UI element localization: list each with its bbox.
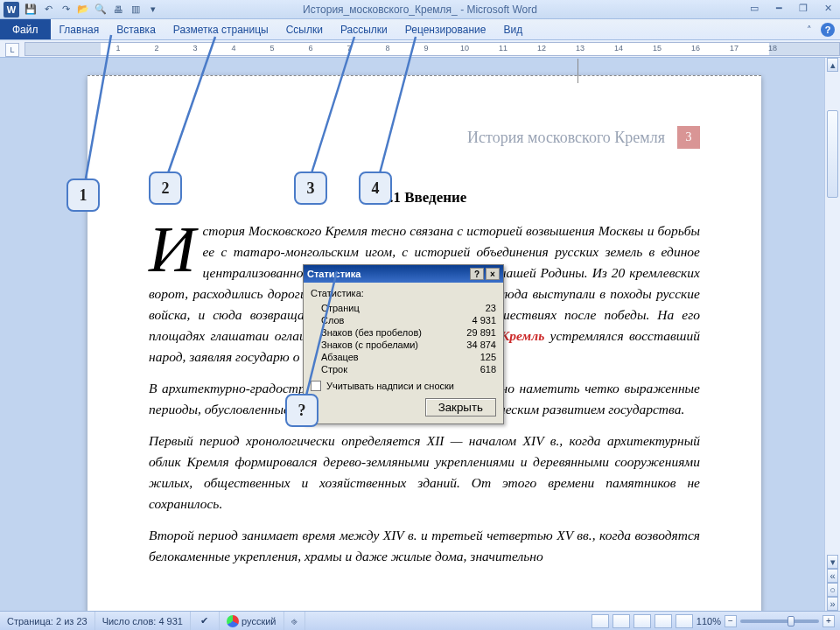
zoom-in-button[interactable]: + <box>822 615 835 627</box>
save-icon[interactable]: 💾 <box>23 2 38 18</box>
stat-key: Страниц <box>321 303 360 313</box>
stat-value: 34 874 <box>466 340 496 350</box>
quick-print-icon[interactable]: 🖶 <box>110 2 126 18</box>
dialog-close-icon[interactable]: × <box>486 268 500 280</box>
print-preview-icon[interactable]: 🔍 <box>93 2 108 18</box>
doc-heading: 1.1 Введение <box>149 189 700 206</box>
dialog-close-button[interactable]: Закрыть <box>425 398 496 416</box>
close-button[interactable]: ✕ <box>816 0 840 16</box>
status-language-text: русский <box>242 616 276 626</box>
zoom-out-button[interactable]: − <box>724 615 737 627</box>
stat-key: Строк <box>321 364 347 374</box>
status-page[interactable]: Страница: 2 из 23 <box>0 612 95 631</box>
browse-object-icon[interactable]: ○ <box>827 583 838 597</box>
dialog-subtitle: Статистика: <box>311 288 496 298</box>
view-outline-icon[interactable] <box>654 614 672 628</box>
page-break-indicator <box>88 75 761 82</box>
drop-cap: И <box>149 220 202 275</box>
previous-page-icon[interactable]: « <box>827 569 838 583</box>
stat-row: Знаков (без пробелов)29 891 <box>311 326 496 339</box>
ruler-tick: 11 <box>499 44 508 52</box>
status-bar: Страница: 2 из 23 Число слов: 4 931 ✔ ру… <box>0 611 840 630</box>
checkbox-label: Учитывать надписи и сноски <box>326 381 454 391</box>
stat-row: Страниц23 <box>311 302 496 314</box>
page-header: История московского Кремля 3 <box>467 126 700 149</box>
kremlin-highlight: Кремль <box>500 328 544 343</box>
word-app-icon: W <box>4 2 19 18</box>
tab-page-layout[interactable]: Разметка страницы <box>164 19 277 39</box>
new-icon[interactable]: ▥ <box>128 2 144 18</box>
ruler-tick: 7 <box>346 44 351 52</box>
stat-value: 125 <box>480 352 496 362</box>
status-language[interactable]: русский <box>220 612 284 631</box>
doc-paragraph-4: Второй период занимает время между XIV в… <box>149 525 700 567</box>
ruler-row: L 123456789101112131415161718 <box>0 40 840 58</box>
view-draft-icon[interactable] <box>676 614 693 628</box>
callout-1: 1 <box>66 178 100 212</box>
vertical-scrollbar[interactable]: ▴ ▾ « ○ » <box>824 58 840 611</box>
callout-question: ? <box>285 394 318 427</box>
redo-icon[interactable]: ↷ <box>58 2 74 18</box>
title-bar: W 💾 ↶ ↷ 📂 🔍 🖶 ▥ ▾ История_московского_Кр… <box>0 0 840 19</box>
scroll-thumb[interactable] <box>827 110 838 198</box>
dialog-title-text: Статистика <box>307 269 361 279</box>
ribbon-minimize-icon[interactable]: ˄ <box>803 24 816 36</box>
view-print-layout-icon[interactable] <box>592 614 609 628</box>
checkbox-icon[interactable] <box>311 381 321 391</box>
ruler-tick: 6 <box>308 44 312 52</box>
stat-value: 4 931 <box>472 315 496 326</box>
ruler-tick: 1 <box>116 44 120 52</box>
dialog-titlebar[interactable]: Статистика ? × <box>304 265 503 283</box>
stat-value: 618 <box>480 364 496 374</box>
status-insert-mode[interactable]: ⎆ <box>284 612 305 631</box>
ruler-tick: 4 <box>231 44 235 52</box>
minimize-button[interactable]: ━ <box>766 0 791 16</box>
tab-mailings[interactable]: Рассылки <box>332 19 396 39</box>
scroll-up-icon[interactable]: ▴ <box>827 58 838 72</box>
callout-4: 4 <box>359 172 392 205</box>
tab-references[interactable]: Ссылки <box>277 19 332 39</box>
status-spellcheck[interactable]: ✔ <box>191 612 220 631</box>
view-web-layout-icon[interactable] <box>634 614 651 628</box>
scroll-down-icon[interactable]: ▾ <box>827 555 838 569</box>
tab-file[interactable]: Файл <box>0 19 51 39</box>
dialog-help-icon[interactable]: ? <box>470 268 484 280</box>
window-controls: ▭ ━ ❐ ✕ <box>742 0 840 16</box>
ruler-tick: 17 <box>730 44 738 52</box>
stat-row: Слов4 931 <box>311 314 496 326</box>
zoom-level[interactable]: 110% <box>696 616 721 626</box>
restore-button[interactable]: ❐ <box>791 0 816 16</box>
doc-paragraph-3: Первый период хронологически определяетс… <box>149 430 700 514</box>
ruler-tick: 5 <box>270 44 274 52</box>
qat-customize-icon[interactable]: ▾ <box>145 2 161 18</box>
stat-value: 29 891 <box>466 327 496 338</box>
stat-key: Знаков (без пробелов) <box>321 327 422 338</box>
page-number-badge: 3 <box>677 126 700 149</box>
language-icon <box>227 615 239 627</box>
minimize-ribbon-icon[interactable]: ▭ <box>742 0 766 16</box>
page-header-title: История московского Кремля <box>467 129 665 147</box>
zoom-slider[interactable] <box>740 620 819 623</box>
zoom-slider-thumb[interactable] <box>788 616 794 626</box>
tab-insert[interactable]: Вставка <box>108 19 164 39</box>
ruler-tick: 10 <box>460 44 469 52</box>
status-word-count[interactable]: Число слов: 4 931 <box>95 612 191 631</box>
open-icon[interactable]: 📂 <box>75 2 91 18</box>
callout-2: 2 <box>149 172 182 205</box>
statistics-dialog[interactable]: Статистика ? × Статистика: Страниц23Слов… <box>303 264 504 424</box>
help-icon[interactable]: ? <box>821 23 835 37</box>
ruler-tick: 16 <box>691 44 700 52</box>
tab-selector-icon[interactable]: L <box>5 43 19 57</box>
view-full-screen-icon[interactable] <box>612 614 630 628</box>
stat-row: Знаков (с пробелами)34 874 <box>311 339 496 351</box>
next-page-icon[interactable]: » <box>827 597 838 611</box>
undo-icon[interactable]: ↶ <box>40 2 56 18</box>
tab-view[interactable]: Вид <box>494 19 531 39</box>
ribbon-tabs: Файл Главная Вставка Разметка страницы С… <box>0 19 840 40</box>
tab-review[interactable]: Рецензирование <box>396 19 495 39</box>
include-footnotes-checkbox[interactable]: Учитывать надписи и сноски <box>311 381 496 391</box>
tab-home[interactable]: Главная <box>51 19 108 39</box>
horizontal-ruler[interactable]: 123456789101112131415161718 <box>24 42 840 56</box>
ruler-tick: 3 <box>192 44 197 52</box>
quick-access-toolbar: 💾 ↶ ↷ 📂 🔍 🖶 ▥ ▾ <box>23 2 161 18</box>
